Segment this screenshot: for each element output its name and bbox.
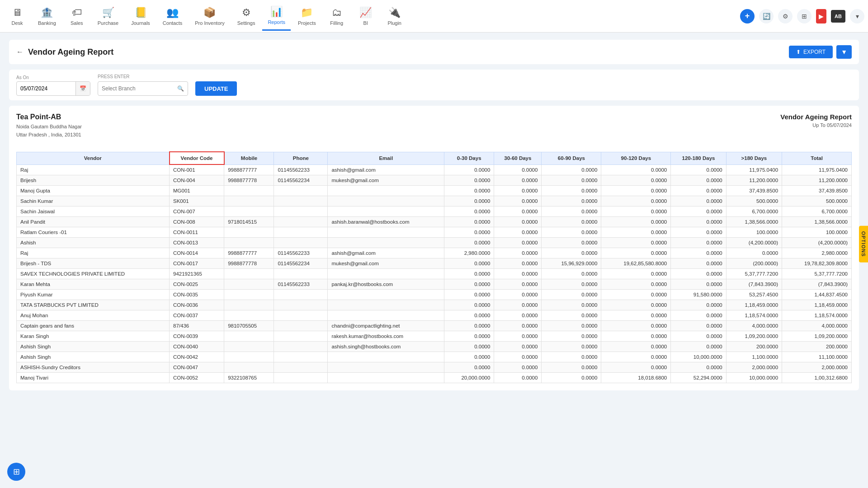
table-row: Piyush KumarCON-00350.00000.00000.00000.… <box>17 290 852 300</box>
filter-bar: As On 📅 PRESS ENTER 🔍 UPDATE <box>9 70 859 100</box>
col-phone: Phone <box>274 152 328 164</box>
nav-journals[interactable]: 📒 Journals <box>126 2 156 31</box>
table-cell: Sachin Jaiswal <box>17 206 170 217</box>
filter-button[interactable]: ▼ <box>836 45 852 59</box>
table-row: RajCON-0014998887777701145562233ashish@g… <box>17 248 852 258</box>
nav-settings-label: Settings <box>237 20 255 26</box>
update-button[interactable]: UPDATE <box>195 81 237 96</box>
table-cell: 0.0000 <box>601 342 671 352</box>
table-cell: 0.0000 <box>494 342 542 352</box>
table-cell <box>224 352 274 362</box>
nav-plugin[interactable]: 🔌 Plugin <box>381 2 408 31</box>
table-cell: 0.0000 <box>671 279 726 290</box>
table-cell <box>328 238 444 248</box>
table-cell <box>328 373 444 383</box>
table-cell <box>224 206 274 217</box>
page-header: ← Vendor Ageing Report ⬆ EXPORT ▼ <box>9 40 859 64</box>
table-cell: 91,580.0000 <box>671 290 726 300</box>
nav-desk[interactable]: 🖥 Desk <box>4 2 31 31</box>
table-cell: 0.0000 <box>542 164 601 175</box>
branch-input[interactable] <box>98 85 174 92</box>
nav-plugin-label: Plugin <box>387 20 401 26</box>
table-cell: 1,18,459.0000 <box>782 300 852 310</box>
grid-button[interactable]: ⊞ <box>797 9 811 23</box>
nav-projects-label: Projects <box>298 20 316 26</box>
table-cell: CON-0014 <box>170 248 224 258</box>
table-row: Manoj GuptaMG0010.00000.00000.00000.0000… <box>17 186 852 196</box>
nav-banking[interactable]: 🏦 Banking <box>33 2 61 31</box>
col-0-30: 0-30 Days <box>444 152 494 164</box>
table-cell: 0.0000 <box>542 362 601 373</box>
press-enter-label: PRESS ENTER <box>98 74 188 79</box>
filling-icon: 🗂 <box>332 7 342 19</box>
table-cell <box>328 186 444 196</box>
table-cell: 0.0000 <box>671 186 726 196</box>
table-cell: 1,00,312.6800 <box>782 373 852 383</box>
refresh-button[interactable]: 🔄 <box>759 9 774 23</box>
table-cell: 0.0000 <box>494 290 542 300</box>
report-title-text: Vendor Ageing Report <box>780 113 852 121</box>
table-cell: (7,843.3900) <box>726 279 782 290</box>
settings-gear-button[interactable]: ⚙ <box>778 9 793 23</box>
date-input[interactable] <box>17 85 75 92</box>
nav-contacts[interactable]: 👥 Contacts <box>157 2 188 31</box>
side-options-tab[interactable]: OPTIONS <box>859 226 868 263</box>
bi-icon: 📈 <box>359 7 372 19</box>
table-cell: 53,257.4500 <box>726 290 782 300</box>
table-cell: 19,62,85,580.8000 <box>601 258 671 269</box>
table-cell: 0.0000 <box>494 279 542 290</box>
table-cell: 0.0000 <box>601 227 671 238</box>
export-button[interactable]: ⬆ EXPORT <box>789 46 833 58</box>
pro-inventory-icon: 📦 <box>203 7 216 19</box>
nav-sales-label: Sales <box>71 20 83 26</box>
table-cell: 01145562233 <box>274 164 328 175</box>
nav-pro-inventory-label: Pro Inventory <box>195 20 224 26</box>
dropdown-chevron[interactable]: ▾ <box>850 9 864 23</box>
branch-search-icon[interactable]: 🔍 <box>174 85 188 92</box>
table-row: TATA STARBUCKS PVT LIMITEDCON-00360.0000… <box>17 300 852 310</box>
table-cell: 0.0000 <box>601 186 671 196</box>
table-cell: (4,200.0000) <box>726 238 782 248</box>
table-cell: 0.0000 <box>601 362 671 373</box>
table-cell: 0.0000 <box>444 206 494 217</box>
table-cell: Karan Singh <box>17 331 170 342</box>
col-vendor: Vendor <box>17 152 170 164</box>
table-cell: 0.0000 <box>601 269 671 279</box>
table-row: Ratlam Couriers -01CON-00110.00000.00000… <box>17 227 852 238</box>
table-cell <box>328 206 444 217</box>
nav-purchase[interactable]: 🛒 Purchase <box>92 2 124 31</box>
table-cell: Anuj Mohan <box>17 310 170 321</box>
nav-filling[interactable]: 🗂 Filling <box>323 2 350 31</box>
table-row: ASHISH-Sundry CreditorsCON-00470.00000.0… <box>17 362 852 373</box>
table-cell: 0.0000 <box>494 248 542 258</box>
table-cell: Raj <box>17 248 170 258</box>
table-cell: ashish.baranwal@hostbooks.com <box>328 217 444 227</box>
nav-pro-inventory[interactable]: 📦 Pro Inventory <box>189 2 230 31</box>
add-button[interactable]: + <box>740 9 755 23</box>
table-cell: 0.0000 <box>671 321 726 331</box>
table-cell: 0.0000 <box>444 300 494 310</box>
table-cell <box>328 362 444 373</box>
nav-reports[interactable]: 📊 Reports <box>262 2 291 31</box>
nav-settings[interactable]: ⚙ Settings <box>232 2 261 31</box>
youtube-button[interactable]: ▶ <box>816 9 826 23</box>
settings-icon: ⚙ <box>242 7 251 19</box>
nav-journals-label: Journals <box>131 20 150 26</box>
calendar-icon[interactable]: 📅 <box>75 82 90 95</box>
user-ab-button[interactable]: AB <box>831 10 845 23</box>
table-cell: Manoj Tivari <box>17 373 170 383</box>
table-cell: SAVEX TECHNOLOGIES PRIVATE LIMITED <box>17 269 170 279</box>
table-cell <box>328 269 444 279</box>
table-cell: 200.0000 <box>782 342 852 352</box>
nav-projects[interactable]: 📁 Projects <box>292 2 321 31</box>
table-cell: CON-008 <box>170 217 224 227</box>
back-button[interactable]: ← <box>16 48 24 56</box>
table-cell <box>328 352 444 362</box>
table-cell: 100.0000 <box>782 227 852 238</box>
table-cell: (7,843.3900) <box>782 279 852 290</box>
nav-sales[interactable]: 🏷 Sales <box>63 2 90 31</box>
nav-bi[interactable]: 📈 BI <box>352 2 379 31</box>
table-cell: 0.0000 <box>601 352 671 362</box>
table-cell: 01145562233 <box>274 248 328 258</box>
table-cell: 0.0000 <box>444 362 494 373</box>
